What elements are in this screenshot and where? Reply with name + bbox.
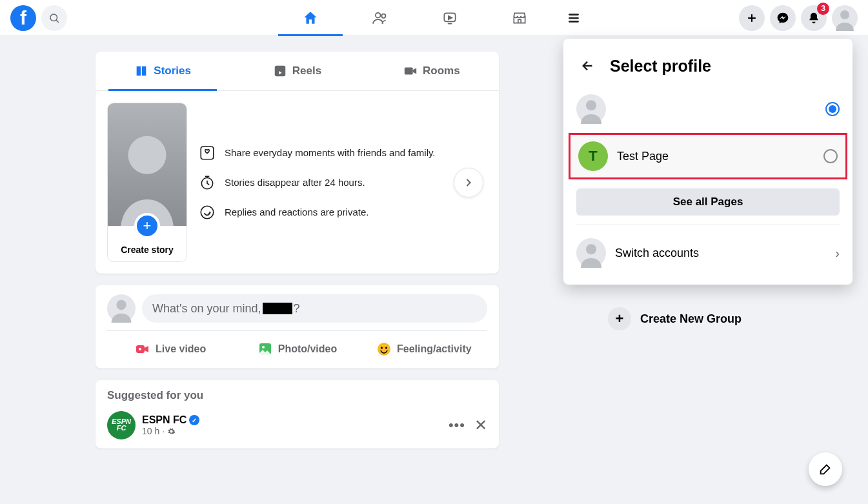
- home-icon: [302, 10, 319, 26]
- info-item: Share everyday moments with friends and …: [199, 145, 436, 161]
- nav-marketplace[interactable]: [485, 0, 554, 36]
- stories-body: + Create story Share everyday moments wi…: [96, 91, 499, 274]
- see-all-pages-button[interactable]: See all Pages: [576, 188, 840, 216]
- stories-icon: [134, 64, 148, 78]
- reply-icon: [199, 204, 216, 221]
- rooms-icon: [403, 64, 418, 78]
- plus-icon: +: [608, 307, 631, 330]
- nav-menu[interactable]: [554, 0, 593, 36]
- profile-option-page[interactable]: T Test Page: [569, 133, 847, 179]
- action-label: Feeling/activity: [397, 343, 472, 355]
- redacted-name: [263, 303, 292, 314]
- friends-icon: [372, 10, 389, 26]
- story-image-placeholder: [108, 103, 187, 226]
- avatar-icon: [107, 294, 136, 323]
- composer-suffix: ?: [294, 302, 300, 316]
- create-new-group[interactable]: + Create New Group: [608, 307, 742, 330]
- chevron-right-icon: [462, 176, 475, 189]
- notifications-button[interactable]: 3: [801, 5, 827, 31]
- nav-friends[interactable]: [345, 0, 415, 36]
- reels-icon: [273, 64, 287, 78]
- svg-rect-13: [405, 68, 413, 75]
- feeling-button[interactable]: Feeling/activity: [361, 336, 487, 362]
- svg-point-24: [381, 347, 383, 349]
- page-avatar: T: [578, 141, 608, 171]
- svg-point-2: [375, 12, 380, 17]
- bell-icon: [807, 12, 820, 25]
- stories-next-button[interactable]: [454, 168, 483, 197]
- composer-card: What's on your mind, ? Live video Photo/…: [96, 285, 499, 368]
- create-story-card[interactable]: + Create story: [107, 103, 187, 262]
- svg-point-26: [586, 100, 596, 110]
- top-header: f 3: [0, 0, 868, 36]
- meta-sep: ·: [162, 426, 165, 436]
- svg-point-22: [262, 346, 265, 348]
- nav-right: 3: [739, 5, 858, 31]
- action-label: Photo/video: [278, 343, 338, 355]
- photo-icon: [257, 341, 273, 357]
- plus-icon: [745, 12, 758, 25]
- svg-point-3: [381, 14, 385, 17]
- suggested-avatar[interactable]: ESPNFC: [107, 411, 136, 439]
- profile-option-personal[interactable]: [563, 88, 853, 130]
- edit-icon: [818, 462, 833, 476]
- facebook-logo[interactable]: f: [10, 5, 36, 31]
- new-message-fab[interactable]: [809, 452, 842, 486]
- notification-badge: 3: [817, 3, 829, 15]
- tab-reels[interactable]: Reels: [230, 52, 364, 90]
- story-card-footer: + Create story: [108, 226, 187, 261]
- nav-watch[interactable]: [415, 0, 485, 36]
- avatar-icon: [576, 94, 606, 124]
- back-button[interactable]: [576, 54, 600, 77]
- plus-circle-icon: +: [134, 213, 160, 239]
- suggested-name-row[interactable]: ESPN FC ✓: [142, 414, 442, 426]
- svg-point-25: [385, 347, 387, 349]
- live-video-icon: [135, 341, 150, 357]
- arrow-left-icon: [581, 59, 595, 73]
- feed: Stories Reels Rooms + Create story: [96, 52, 499, 449]
- photo-video-button[interactable]: Photo/video: [234, 336, 360, 362]
- composer-top: What's on your mind, ?: [107, 294, 487, 323]
- composer-actions: Live video Photo/video Feeling/activity: [107, 330, 487, 362]
- svg-point-0: [50, 14, 57, 21]
- messenger-button[interactable]: [770, 5, 796, 31]
- svg-point-23: [378, 343, 390, 356]
- marketplace-icon: [511, 10, 528, 26]
- info-text: Replies and reactions are private.: [225, 207, 368, 217]
- switch-accounts-row[interactable]: Switch accounts ›: [563, 232, 853, 274]
- radio-unselected[interactable]: [823, 149, 838, 163]
- live-video-button[interactable]: Live video: [107, 336, 234, 362]
- suggested-info: ESPN FC ✓ 10 h ·: [142, 414, 442, 436]
- suggested-meta: 10 h ·: [142, 426, 442, 436]
- composer-input[interactable]: What's on your mind, ?: [142, 294, 487, 323]
- verified-icon: ✓: [189, 415, 199, 425]
- dropdown-title: Select profile: [610, 57, 711, 76]
- info-item: Stories disappear after 24 hours.: [199, 174, 436, 191]
- create-button[interactable]: [739, 5, 765, 31]
- gear-icon: [167, 427, 176, 436]
- tab-label: Rooms: [423, 65, 460, 77]
- search-button[interactable]: [41, 5, 67, 31]
- svg-line-1: [56, 20, 59, 23]
- suggested-time: 10 h: [142, 426, 159, 436]
- suggested-title: Suggested for you: [107, 389, 487, 402]
- create-group-label: Create New Group: [640, 312, 742, 326]
- svg-point-11: [840, 10, 849, 19]
- svg-rect-12: [275, 66, 286, 77]
- divider: [576, 225, 840, 225]
- radio-selected[interactable]: [825, 102, 840, 116]
- avatar-icon: [576, 238, 606, 268]
- tab-label: Stories: [154, 65, 191, 77]
- nav-home[interactable]: [276, 0, 345, 36]
- suggested-actions: ••• ✕: [449, 416, 487, 434]
- see-all-label: See all Pages: [673, 196, 743, 208]
- tab-stories[interactable]: Stories: [96, 52, 230, 90]
- tab-rooms[interactable]: Rooms: [365, 52, 499, 90]
- dismiss-button[interactable]: ✕: [474, 416, 487, 434]
- more-button[interactable]: •••: [449, 417, 465, 434]
- account-button[interactable]: [832, 5, 858, 31]
- menu-icon: [565, 10, 582, 26]
- watch-icon: [441, 10, 458, 26]
- composer-avatar[interactable]: [107, 294, 136, 323]
- stories-tabs: Stories Reels Rooms: [96, 52, 499, 91]
